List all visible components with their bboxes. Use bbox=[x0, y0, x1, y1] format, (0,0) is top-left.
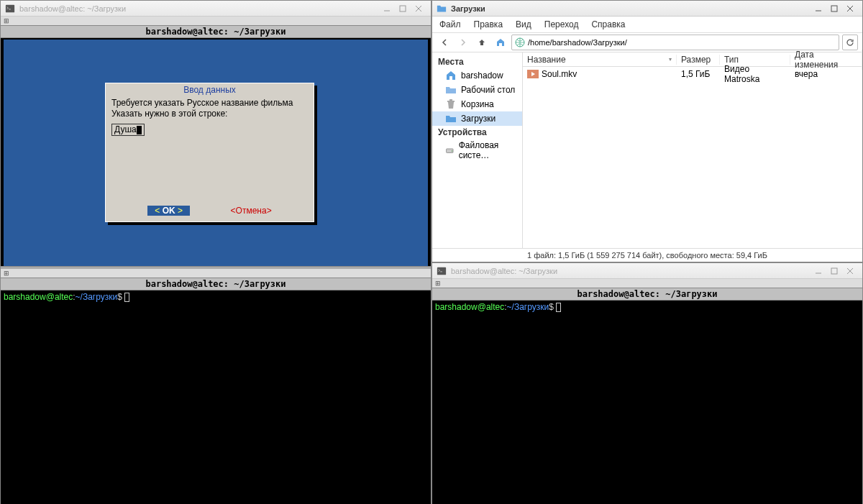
sidebar: Места barshadow Рабочий стол Корзина Заг… bbox=[432, 52, 523, 248]
sidebar-places-header: Места bbox=[432, 55, 522, 68]
dialog-input[interactable]: Душа bbox=[111, 124, 145, 136]
up-button[interactable] bbox=[474, 35, 490, 50]
menu-edit[interactable]: Правка bbox=[474, 19, 503, 29]
folder-icon bbox=[445, 84, 457, 96]
sidebar-devices-header: Устройства bbox=[432, 126, 522, 139]
titlebar[interactable]: barshadow@altec: ~/Загрузки bbox=[1, 1, 431, 17]
file-list: Название▾ Размер Тип Дата изменения Soul… bbox=[523, 52, 862, 248]
path-text: /home/barshadow/Загрузки/ bbox=[528, 38, 627, 47]
col-name[interactable]: Название▾ bbox=[523, 55, 677, 65]
minimize-button[interactable] bbox=[811, 3, 826, 14]
reload-button[interactable] bbox=[842, 35, 858, 50]
menu-file[interactable]: Файл bbox=[439, 19, 461, 29]
path-input[interactable]: /home/barshadow/Загрузки/ bbox=[511, 35, 839, 50]
minimize-button[interactable] bbox=[811, 265, 826, 277]
svg-rect-12 bbox=[831, 268, 837, 274]
terminal-pane-bar: ⊞ bbox=[1, 17, 431, 25]
titlebar[interactable]: barshadow@altec: ~/Загрузки bbox=[432, 263, 862, 279]
col-date[interactable]: Дата изменения bbox=[790, 50, 862, 70]
minimize-button[interactable] bbox=[379, 3, 395, 14]
terminal-tab-header: barshadow@altec: ~/Загрузки bbox=[1, 25, 431, 38]
menu-view[interactable]: Вид bbox=[516, 19, 531, 29]
svg-rect-4 bbox=[831, 6, 837, 12]
sidebar-downloads[interactable]: Загрузки bbox=[432, 111, 522, 126]
drive-icon bbox=[445, 145, 455, 156]
svg-rect-10 bbox=[437, 267, 446, 275]
file-type: Видео Matroska bbox=[720, 64, 790, 84]
trash-icon bbox=[445, 98, 457, 110]
folder-icon bbox=[445, 113, 457, 124]
menubar: Файл Правка Вид Переход Справка bbox=[432, 17, 862, 32]
close-button[interactable] bbox=[842, 3, 858, 14]
back-button[interactable] bbox=[437, 35, 452, 50]
dialog-title: Ввод данных bbox=[106, 83, 314, 96]
terminal-window-1: barshadow@altec: ~/Загрузки ⊞ barshadow@… bbox=[0, 0, 432, 266]
close-button[interactable] bbox=[842, 265, 858, 277]
col-size[interactable]: Размер bbox=[677, 55, 720, 65]
text-cursor bbox=[137, 126, 142, 134]
folder-icon bbox=[437, 4, 447, 14]
window-title: barshadow@altec: ~/Загрузки bbox=[19, 4, 126, 13]
terminal-icon bbox=[437, 266, 447, 276]
terminal-pane-bar: ⊞ bbox=[1, 269, 431, 278]
ok-button[interactable]: < OK > bbox=[147, 206, 190, 216]
window-title: barshadow@altec: ~/Загрузки bbox=[451, 267, 557, 275]
terminal-window-3: barshadow@altec: ~/Загрузки ⊞ barshadow@… bbox=[432, 262, 863, 504]
file-row[interactable]: Soul.mkv 1,5 ГиБ Видео Matroska вчера bbox=[523, 67, 862, 81]
statusbar: 1 файл: 1,5 ГиБ (1 559 275 714 байт), св… bbox=[432, 248, 862, 262]
terminal-body[interactable]: barshadow@altec:~/Загрузки$ bbox=[1, 290, 431, 504]
input-dialog: Ввод данных Требуется указать Русское на… bbox=[105, 83, 314, 222]
file-manager-window: Загрузки Файл Правка Вид Переход Справка… bbox=[432, 0, 863, 262]
maximize-button[interactable] bbox=[395, 3, 411, 14]
prompt-user: barshadow@altec bbox=[4, 292, 73, 302]
svg-point-7 bbox=[452, 150, 453, 152]
prompt-path: ~/Загрузки bbox=[507, 302, 549, 312]
close-button[interactable] bbox=[411, 3, 426, 14]
prompt-user: barshadow@altec bbox=[435, 302, 504, 312]
maximize-button[interactable] bbox=[826, 265, 842, 277]
sort-indicator-icon: ▾ bbox=[669, 56, 672, 63]
forward-button[interactable] bbox=[455, 35, 471, 50]
sidebar-home[interactable]: barshadow bbox=[432, 68, 522, 83]
prompt-path: ~/Загрузки bbox=[76, 292, 118, 302]
svg-rect-2 bbox=[400, 6, 406, 12]
terminal-body[interactable]: barshadow@altec:~/Загрузки$ bbox=[432, 301, 862, 504]
cancel-button[interactable]: <Отмена> bbox=[231, 206, 272, 216]
dialog-text-2: Указать нужно в этой строке: bbox=[111, 109, 308, 119]
sidebar-filesystem[interactable]: Файловая систе… bbox=[432, 139, 522, 162]
file-size: 1,5 ГиБ bbox=[677, 69, 720, 79]
menu-help[interactable]: Справка bbox=[591, 19, 625, 29]
home-icon bbox=[445, 70, 457, 81]
sidebar-trash[interactable]: Корзина bbox=[432, 97, 522, 111]
column-headers: Название▾ Размер Тип Дата изменения bbox=[523, 52, 862, 67]
menu-go[interactable]: Переход bbox=[544, 19, 579, 29]
video-file-icon bbox=[527, 70, 539, 78]
text-cursor bbox=[124, 293, 129, 302]
sidebar-desktop[interactable]: Рабочий стол bbox=[432, 83, 522, 97]
col-type[interactable]: Тип bbox=[720, 55, 790, 65]
dialog-text-1: Требуется указать Русское название фильм… bbox=[111, 98, 308, 109]
window-title: Загрузки bbox=[451, 4, 485, 13]
terminal-pane-bar: ⊞ bbox=[432, 279, 862, 288]
file-name: Soul.mkv bbox=[542, 69, 577, 79]
text-cursor bbox=[556, 303, 561, 312]
location-icon bbox=[515, 37, 525, 47]
terminal-tab-header: barshadow@altec: ~/Загрузки bbox=[432, 288, 862, 301]
terminal-icon bbox=[5, 4, 15, 14]
maximize-button[interactable] bbox=[826, 3, 842, 14]
svg-rect-0 bbox=[6, 4, 14, 12]
file-date: вчера bbox=[790, 69, 862, 79]
terminal-tab-header: barshadow@altec: ~/Загрузки bbox=[1, 278, 431, 290]
terminal-window-2: ⊞ barshadow@altec: ~/Загрузки barshadow@… bbox=[0, 266, 432, 504]
titlebar[interactable]: Загрузки bbox=[432, 1, 862, 17]
home-button[interactable] bbox=[493, 35, 508, 50]
terminal-body[interactable]: Ввод данных Требуется указать Русское на… bbox=[1, 38, 431, 270]
